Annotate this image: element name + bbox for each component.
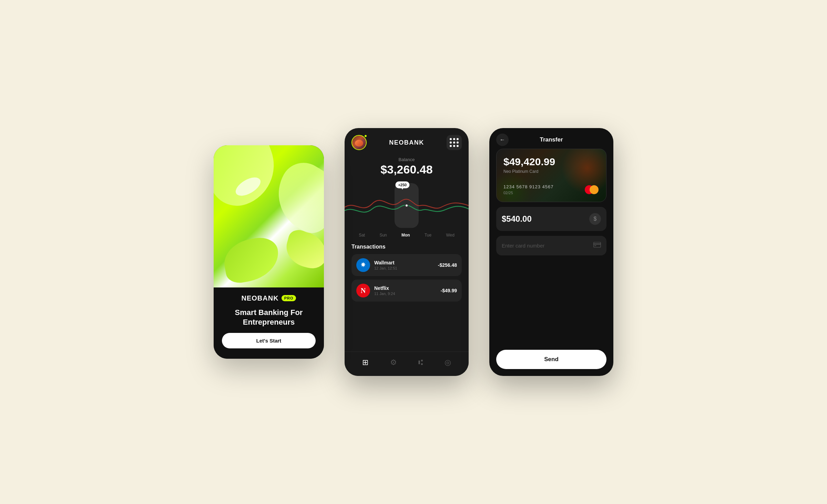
card-name: Neo Platinum Card [503,169,599,174]
transaction-item-walmart[interactable]: Wallmart 12 Jan, 12:51 -$256.48 [351,254,462,276]
splash-tagline: Smart Banking For Entrepreneurs [222,308,316,327]
nav-settings-icon[interactable]: ⚙ [388,356,399,369]
dot [453,138,455,140]
splash-shape-1 [221,235,282,285]
balance-label: Balance [351,157,462,162]
chart-days: Sat Sun Mon Tue Wed [345,231,469,239]
splash-cta-button[interactable]: Let's Start [222,333,316,348]
dot [457,138,459,140]
walmart-name: Wallmart [374,260,434,265]
back-button[interactable]: ← [496,134,509,146]
dot [453,145,455,147]
splash-background [214,145,324,287]
spacer [496,262,606,350]
netflix-icon: N [356,284,370,297]
screen-splash: NEOBANK PRO Smart Banking For Entreprene… [214,145,324,359]
balance-section: Balance $3,260.48 [345,154,469,176]
amount-value: $540.00 [502,214,532,224]
svg-rect-2 [594,245,596,246]
card-balance: $49,420.99 [503,156,599,168]
grid-icon [450,138,459,147]
dot [450,138,452,140]
dollar-icon: $ [589,213,601,225]
chart-area: +250 [345,180,469,231]
netflix-amount: -$49.99 [441,288,457,293]
dot [457,141,459,144]
card-input-field[interactable]: Enter card number [496,236,606,255]
card-number: 1234 5678 9123 4567 [503,184,554,189]
dot [450,141,452,144]
svg-rect-1 [593,243,601,244]
avatar-image [352,136,366,149]
card-number-row: 1234 5678 9123 4567 02/25 [503,184,599,195]
transfer-header: ← Transfer [496,128,606,149]
walmart-amount: -$256.48 [438,262,457,268]
chart-day-sat: Sat [359,233,365,238]
svg-rect-0 [594,242,601,247]
card-display: $49,420.99 Neo Platinum Card 1234 5678 9… [496,149,606,202]
dot [453,141,455,144]
screen-dashboard: NEOBANK Balance $3,260.48 +250 [345,128,469,376]
balance-amount: $3,260.48 [351,163,462,176]
splash-shape-2 [282,228,324,272]
walmart-info: Wallmart 12 Jan, 12:51 [374,260,434,270]
card-expiry: 02/25 [503,191,554,195]
nav-profile-icon[interactable]: ◎ [442,356,453,369]
splash-bottom-area: NEOBANK PRO Smart Banking For Entreprene… [214,287,324,359]
splash-pro-badge: PRO [282,295,296,301]
splash-highlight [233,174,263,200]
splash-logo-text: NEOBANK [242,294,279,302]
avatar-wrapper [351,135,367,150]
transfer-title: Transfer [540,136,563,143]
splash-logo-row: NEOBANK PRO [242,294,296,302]
nav-share-icon[interactable]: ⑆ [416,356,425,369]
transactions-title: Transactions [351,244,462,250]
dashboard-brand: NEOBANK [389,139,424,146]
chart-dot [405,204,408,207]
avatar-online-dot [364,134,367,138]
walmart-date: 12 Jan, 12:51 [374,266,434,270]
chart-tooltip: +250 [395,181,409,188]
bottom-safe-area [496,369,606,376]
dashboard-header: NEOBANK [345,128,469,154]
chart-day-tue: Tue [425,233,431,238]
credit-card-icon [593,242,601,249]
transactions-section: Transactions Wallmart 12 Jan, 12:51 -$25… [345,239,469,351]
card-input-placeholder: Enter card number [502,243,544,249]
dot [457,145,459,147]
screen-transfer: ← Transfer $49,420.99 Neo Platinum Card … [489,128,613,376]
chart-day-wed: Wed [446,233,454,238]
transaction-item-netflix[interactable]: N Netflix 11 Jan, 9:24 -$49.99 [351,280,462,302]
chart-day-sun: Sun [379,233,387,238]
send-button[interactable]: Send [496,350,606,369]
netflix-info: Netflix 11 Jan, 9:24 [374,285,437,296]
netflix-date: 11 Jan, 9:24 [374,292,437,296]
nav-home-icon[interactable]: ⊞ [360,356,370,369]
mc-circle-orange [590,185,599,194]
netflix-name: Netflix [374,285,437,291]
walmart-icon [356,258,370,272]
bottom-nav: ⊞ ⚙ ⑆ ◎ [345,351,469,376]
mastercard-logo [585,185,599,194]
amount-field[interactable]: $540.00 $ [496,207,606,231]
dot [450,145,452,147]
menu-button[interactable] [447,135,462,150]
chart-day-mon: Mon [401,233,410,238]
